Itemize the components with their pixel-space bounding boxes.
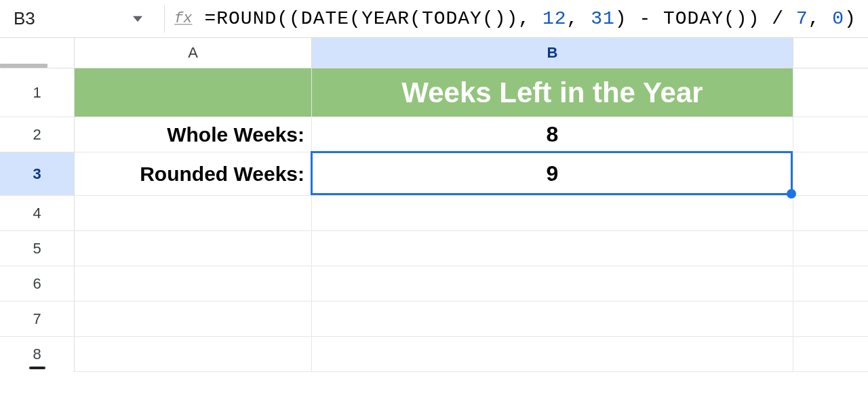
column-header-B-label: B [547, 44, 558, 62]
row-header-3-label: 3 [33, 165, 41, 183]
row-4: 4 [0, 196, 868, 231]
formula-token: ( [410, 8, 422, 29]
formula-token: , [518, 8, 542, 29]
formula-bar-row: B3 fx =ROUND((DATE(YEAR(TODAY()), 12, 31… [0, 0, 868, 38]
cell-B7[interactable] [312, 302, 793, 337]
label-whole-weeks: Whole Weeks: [167, 123, 304, 146]
formula-token: 0 [832, 8, 844, 29]
cell-rest-6 [793, 266, 868, 302]
row-header-8[interactable]: 8 [0, 337, 75, 372]
row-5: 5 [0, 231, 868, 266]
column-header-B[interactable]: B [312, 38, 793, 68]
cell-A8[interactable] [75, 337, 312, 372]
row-2: 2 Whole Weeks: 8 [0, 117, 868, 152]
cell-rest-5 [793, 231, 868, 266]
title-text: Weeks Left in the Year [401, 77, 703, 109]
formula-token: ) [615, 8, 627, 29]
cell-B6[interactable] [312, 266, 793, 302]
column-header-blank [793, 38, 868, 68]
formula-token: TODAY [422, 8, 482, 29]
label-rounded-weeks: Rounded Weeks: [140, 163, 304, 186]
cell-A7[interactable] [75, 302, 312, 337]
row-header-4-label: 4 [33, 205, 41, 222]
row-8: 8 [0, 337, 868, 372]
cell-rest-7 [793, 302, 868, 337]
row-header-3[interactable]: 3 [0, 152, 75, 196]
formula-token: / [760, 8, 795, 29]
formula-token: , [808, 8, 833, 29]
cell-rest-2 [793, 117, 868, 152]
row-header-2-label: 2 [33, 126, 41, 144]
cell-rest-1 [793, 68, 868, 117]
cell-B3[interactable]: 9 [312, 152, 793, 196]
formula-token: 31 [591, 8, 615, 29]
column-header-A-label: A [188, 44, 198, 62]
value-whole-weeks: 8 [547, 122, 559, 147]
formula-token: ()) [724, 8, 760, 29]
select-all-corner[interactable] [0, 38, 75, 68]
formula-token: DATE [301, 8, 349, 29]
name-box-dropdown-icon[interactable] [121, 16, 155, 22]
formula-token: = [204, 8, 216, 29]
row-1: 1 Weeks Left in the Year [0, 68, 868, 117]
formula-token: TODAY [663, 8, 724, 29]
row-3: 3 Rounded Weeks: 9 [0, 152, 868, 196]
row-header-2[interactable]: 2 [0, 117, 75, 152]
cell-A6[interactable] [75, 266, 312, 302]
cell-A4[interactable] [75, 196, 312, 231]
cell-rest-8 [793, 337, 868, 372]
formula-token: YEAR [361, 8, 410, 29]
formula-token: ROUND [216, 8, 277, 29]
spreadsheet-grid[interactable]: A B 1 Weeks Left in the Year 2 Whole Wee… [0, 38, 868, 372]
row-header-7-label: 7 [33, 310, 41, 328]
formula-token: (( [277, 8, 301, 29]
cell-rest-4 [793, 196, 868, 231]
formula-token: 7 [796, 8, 808, 29]
column-headers-row: A B [0, 38, 868, 68]
row-header-6-label: 6 [33, 275, 41, 293]
formula-token: 12 [542, 8, 567, 29]
cell-A1[interactable] [75, 68, 312, 117]
row-header-8-label: 8 [33, 346, 41, 363]
cell-B5[interactable] [312, 231, 793, 266]
cell-A2[interactable]: Whole Weeks: [75, 117, 312, 152]
column-header-A[interactable]: A [75, 38, 312, 68]
row-header-1-label: 1 [33, 84, 41, 102]
cell-A3[interactable]: Rounded Weeks: [75, 152, 312, 196]
fx-icon: fx [174, 10, 192, 27]
formula-token: , [567, 8, 591, 29]
formula-token: - [627, 8, 663, 29]
row-header-5-label: 5 [33, 240, 41, 257]
cell-B1[interactable]: Weeks Left in the Year [312, 68, 793, 117]
value-rounded-weeks: 9 [547, 161, 559, 186]
cell-A5[interactable] [75, 231, 312, 266]
row-header-4[interactable]: 4 [0, 196, 75, 231]
name-box[interactable]: B3 [5, 5, 121, 33]
formula-token: ()) [482, 8, 518, 29]
row-6: 6 [0, 266, 868, 302]
cell-B8[interactable] [312, 337, 793, 372]
formula-token: ( [349, 8, 361, 29]
formula-input[interactable]: =ROUND((DATE(YEAR(TODAY()), 12, 31) - TO… [204, 8, 856, 29]
vertical-divider [164, 5, 165, 33]
row-8-underline-icon [29, 367, 45, 369]
row-header-6[interactable]: 6 [0, 266, 75, 302]
row-header-1[interactable]: 1 [0, 68, 75, 117]
cell-B2[interactable]: 8 [312, 117, 793, 152]
name-box-value: B3 [14, 8, 35, 29]
cell-B4[interactable] [312, 196, 793, 231]
row-7: 7 [0, 302, 868, 337]
formula-token: ) [844, 8, 856, 29]
row-header-7[interactable]: 7 [0, 302, 75, 337]
row-header-5[interactable]: 5 [0, 231, 75, 266]
cell-rest-3 [793, 152, 868, 196]
